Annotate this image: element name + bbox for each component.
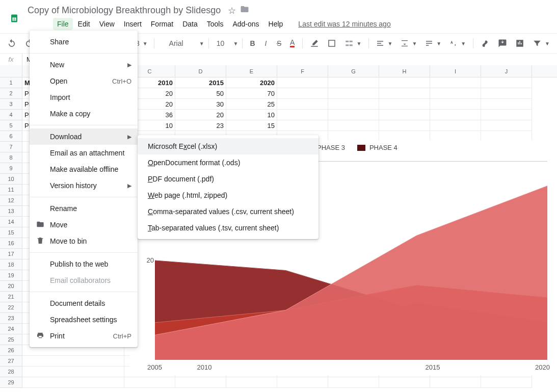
row-header[interactable]: 22 xyxy=(0,302,22,313)
download-xlsx[interactable]: Microsoft Excel (.xlsx) xyxy=(138,138,319,154)
cell[interactable] xyxy=(328,77,379,88)
menu-insert[interactable]: Insert xyxy=(120,18,146,30)
bold-button[interactable]: B xyxy=(247,37,258,49)
column-header[interactable]: F xyxy=(277,65,328,77)
cell[interactable]: 15 xyxy=(226,120,277,131)
filter-button[interactable]: ▼ xyxy=(529,37,553,50)
row-header[interactable]: 15 xyxy=(0,227,22,238)
column-header[interactable]: H xyxy=(379,65,430,77)
row-header[interactable]: 18 xyxy=(0,259,22,270)
menu-version-history[interactable]: Version history▶ xyxy=(30,177,138,194)
row-header[interactable]: 10 xyxy=(0,174,22,185)
menu-tools[interactable]: Tools xyxy=(203,18,228,30)
menu-publish[interactable]: Publish to the web xyxy=(30,256,138,272)
borders-button[interactable] xyxy=(324,37,339,50)
menu-download[interactable]: Download▶ xyxy=(30,128,138,145)
download-pdf[interactable]: PDF document (.pdf) xyxy=(138,171,319,187)
row-header[interactable]: 7 xyxy=(0,142,22,152)
strikethrough-button[interactable]: S xyxy=(274,37,285,49)
cell[interactable] xyxy=(277,77,328,88)
row-header[interactable]: 3 xyxy=(0,99,22,110)
cell[interactable] xyxy=(481,77,532,88)
merge-cells-button[interactable]: ▼ xyxy=(341,37,365,50)
row-header[interactable]: 23 xyxy=(0,313,22,324)
menu-open[interactable]: OpenCtrl+O xyxy=(30,73,138,89)
menu-addons[interactable]: Add-ons xyxy=(228,18,263,30)
menu-help[interactable]: Help xyxy=(264,18,287,30)
menu-email-attachment[interactable]: Email as an attachment xyxy=(30,145,138,161)
cell[interactable]: 25 xyxy=(226,99,277,110)
menu-file[interactable]: File xyxy=(53,18,73,30)
row-header[interactable]: 29 xyxy=(0,377,22,388)
fx-label[interactable]: fx xyxy=(0,54,22,65)
cell[interactable] xyxy=(379,77,430,88)
column-header[interactable]: I xyxy=(430,65,481,77)
cell[interactable]: 10 xyxy=(226,110,277,120)
menu-move-to-bin[interactable]: Move to bin xyxy=(30,233,138,249)
row-header[interactable]: 20 xyxy=(0,281,22,292)
text-color-button[interactable]: A xyxy=(287,37,298,49)
row-header[interactable]: 9 xyxy=(0,163,22,174)
text-wrapping-button[interactable]: ▼ xyxy=(422,37,444,49)
row-header[interactable]: 13 xyxy=(0,206,22,217)
star-icon[interactable]: ☆ xyxy=(228,5,236,16)
menu-view[interactable]: View xyxy=(95,18,119,30)
text-rotation-button[interactable]: ▼ xyxy=(446,37,469,49)
select-all-corner[interactable] xyxy=(0,65,22,77)
download-ods[interactable]: OpenDocument format (.ods) xyxy=(138,154,319,171)
font-family-select[interactable]: Arial xyxy=(158,37,194,49)
cell[interactable] xyxy=(430,77,481,88)
cell[interactable]: 2015 xyxy=(175,77,226,88)
font-size-select[interactable]: 10 xyxy=(213,37,228,49)
cell[interactable]: 23 xyxy=(175,120,226,131)
row-header[interactable]: 25 xyxy=(0,334,22,345)
menu-make-copy[interactable]: Make a copy xyxy=(30,106,138,122)
horizontal-align-button[interactable]: ▼ xyxy=(373,37,395,49)
menu-rename[interactable]: Rename xyxy=(30,200,138,217)
row-header[interactable]: 28 xyxy=(0,367,22,377)
menu-import[interactable]: Import xyxy=(30,89,138,106)
row-header[interactable]: 12 xyxy=(0,195,22,206)
row-header[interactable]: 4 xyxy=(0,110,22,120)
row-header[interactable]: 21 xyxy=(0,292,22,302)
row-header[interactable]: 2 xyxy=(0,88,22,99)
chevron-down-icon[interactable]: ▼ xyxy=(199,41,204,46)
fill-color-button[interactable] xyxy=(307,37,322,50)
cell[interactable]: 50 xyxy=(175,88,226,99)
column-header[interactable]: J xyxy=(481,65,532,77)
row-header[interactable]: 1 xyxy=(0,77,22,88)
cell[interactable]: 2020 xyxy=(226,77,277,88)
menu-move[interactable]: Move xyxy=(30,217,138,233)
menu-print[interactable]: PrintCtrl+P xyxy=(30,328,138,344)
menu-format[interactable]: Format xyxy=(147,18,177,30)
row-header[interactable]: 5 xyxy=(0,120,22,131)
row-header[interactable]: 17 xyxy=(0,249,22,259)
menu-share[interactable]: Share xyxy=(30,34,138,50)
menu-make-offline[interactable]: Make available offline xyxy=(30,161,138,177)
menu-edit[interactable]: Edit xyxy=(74,18,94,30)
cell[interactable]: 20 xyxy=(175,110,226,120)
row-header[interactable]: 24 xyxy=(0,324,22,334)
column-header[interactable]: G xyxy=(328,65,379,77)
row-header[interactable]: 8 xyxy=(0,152,22,163)
column-header[interactable]: E xyxy=(226,65,277,77)
row-header[interactable]: 27 xyxy=(0,356,22,367)
document-title[interactable]: Copy of Microbiology Breakthrough by Sli… xyxy=(24,4,224,17)
vertical-align-button[interactable]: ▼ xyxy=(397,37,420,49)
menu-data[interactable]: Data xyxy=(178,18,202,30)
row-header[interactable]: 26 xyxy=(0,345,22,356)
row-header[interactable]: 6 xyxy=(0,131,22,142)
row-header[interactable]: 19 xyxy=(0,270,22,281)
cell[interactable]: 30 xyxy=(175,99,226,110)
download-tsv[interactable]: Tab-separated values (.tsv, current shee… xyxy=(138,220,319,236)
download-csv[interactable]: Comma-separated values (.csv, current sh… xyxy=(138,203,319,220)
chevron-down-icon[interactable]: ▼ xyxy=(233,41,238,46)
row-header[interactable]: 14 xyxy=(0,217,22,227)
insert-chart-button[interactable] xyxy=(512,37,527,50)
insert-comment-button[interactable]: + xyxy=(495,37,510,50)
cell[interactable]: 70 xyxy=(226,88,277,99)
row-header[interactable]: 11 xyxy=(0,185,22,195)
menu-spreadsheet-settings[interactable]: Spreadsheet settings xyxy=(30,311,138,328)
row-header[interactable]: 16 xyxy=(0,238,22,249)
download-html[interactable]: Web page (.html, zipped) xyxy=(138,187,319,203)
